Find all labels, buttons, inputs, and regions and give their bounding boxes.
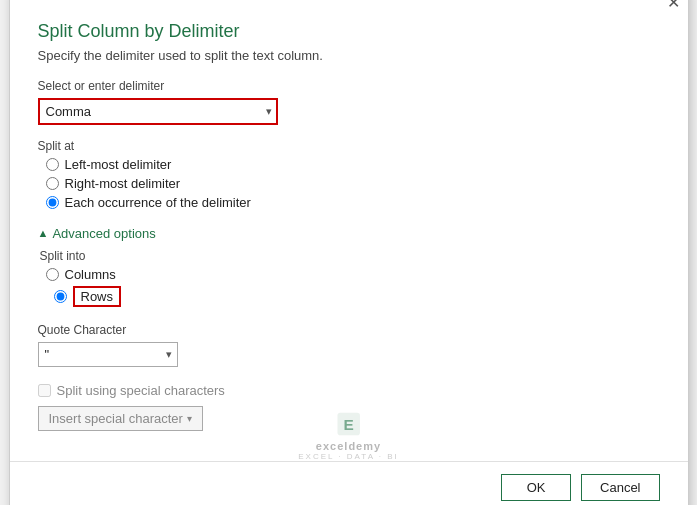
split-at-rightmost[interactable]: Right-most delimiter	[46, 176, 660, 191]
insert-special-arrow: ▾	[187, 413, 192, 424]
dialog-titlebar: ✕	[10, 0, 688, 11]
split-at-rightmost-radio[interactable]	[46, 177, 59, 190]
split-at-each-label: Each occurrence of the delimiter	[65, 195, 251, 210]
advanced-section: ▲ Advanced options Split into Columns Ro…	[38, 226, 660, 367]
quote-select[interactable]: " ' (none)	[38, 342, 178, 367]
split-at-label: Split at	[38, 139, 660, 153]
dialog-body: Split Column by Delimiter Specify the de…	[10, 11, 688, 451]
split-at-leftmost-label: Left-most delimiter	[65, 157, 172, 172]
insert-special-button[interactable]: Insert special character ▾	[38, 406, 203, 431]
svg-text:E: E	[343, 415, 353, 432]
advanced-toggle[interactable]: ▲ Advanced options	[38, 226, 660, 241]
special-chars-checkbox[interactable]	[38, 384, 51, 397]
split-at-rightmost-label: Right-most delimiter	[65, 176, 181, 191]
split-at-leftmost-radio[interactable]	[46, 158, 59, 171]
cancel-button[interactable]: Cancel	[581, 474, 659, 501]
ok-button[interactable]: OK	[501, 474, 571, 501]
quote-select-wrapper: " ' (none) ▾	[38, 342, 178, 367]
delimiter-select[interactable]: Comma Tab Space Colon Semicolon Custom	[38, 98, 278, 125]
exceldemy-logo: E exceldemy EXCEL · DATA · BI	[298, 410, 399, 461]
dialog-container: ✕ Split Column by Delimiter Specify the …	[9, 0, 689, 505]
dialog-footer: OK Cancel	[10, 461, 688, 506]
split-into-columns-radio[interactable]	[46, 268, 59, 281]
delimiter-section-label: Select or enter delimiter	[38, 79, 660, 93]
split-at-each[interactable]: Each occurrence of the delimiter	[46, 195, 660, 210]
split-into-label: Split into	[40, 249, 660, 263]
exceldemy-name: exceldemy	[316, 440, 381, 452]
dialog-subtitle: Specify the delimiter used to split the …	[38, 48, 660, 63]
split-into-radio-group: Columns Rows	[46, 267, 660, 307]
quote-label: Quote Character	[38, 323, 660, 337]
insert-special-label: Insert special character	[49, 411, 183, 426]
split-into-rows-radio[interactable]	[54, 290, 67, 303]
special-chars-label: Split using special characters	[57, 383, 225, 398]
exceldemy-sub: EXCEL · DATA · BI	[298, 452, 399, 461]
exceldemy-icon: E	[334, 410, 362, 438]
split-at-each-radio[interactable]	[46, 196, 59, 209]
quote-section: Quote Character " ' (none) ▾	[38, 323, 660, 367]
advanced-toggle-label: Advanced options	[52, 226, 155, 241]
delimiter-select-wrapper: Comma Tab Space Colon Semicolon Custom ▾	[38, 98, 278, 125]
close-button[interactable]: ✕	[667, 0, 680, 11]
split-into-columns-label: Columns	[65, 267, 116, 282]
split-into-rows-label: Rows	[73, 286, 122, 307]
split-at-radio-group: Left-most delimiter Right-most delimiter…	[46, 157, 660, 210]
special-chars-checkbox-label[interactable]: Split using special characters	[38, 383, 660, 398]
dialog-title: Split Column by Delimiter	[38, 21, 660, 42]
split-at-leftmost[interactable]: Left-most delimiter	[46, 157, 660, 172]
split-at-section: Split at Left-most delimiter Right-most …	[38, 139, 660, 210]
split-into-rows-wrapper: Rows	[54, 286, 660, 307]
split-into-columns[interactable]: Columns	[46, 267, 660, 282]
advanced-toggle-arrow: ▲	[38, 227, 49, 239]
